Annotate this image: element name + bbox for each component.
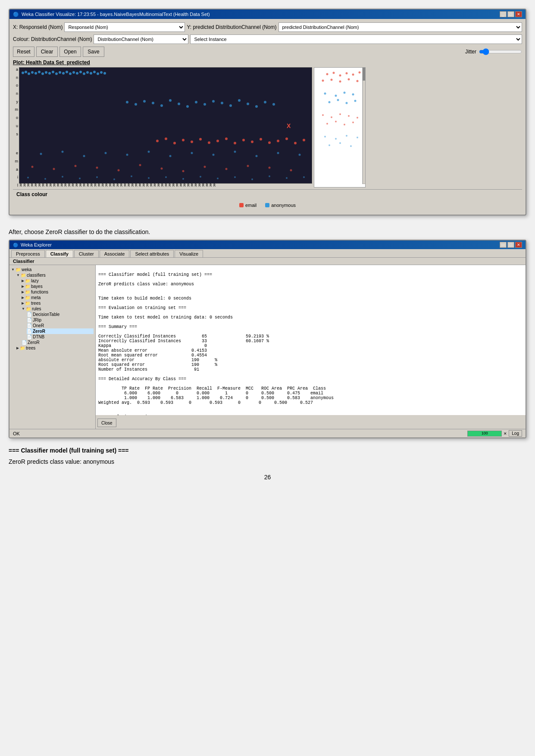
- output-close-button[interactable]: Close: [97, 419, 116, 427]
- svg-point-103: [286, 177, 288, 179]
- svg-point-102: [269, 175, 270, 177]
- explorer-close-btn[interactable]: ✕: [515, 242, 522, 248]
- svg-point-136: [357, 137, 358, 138]
- tree-functions[interactable]: ▶ 📁 functions: [22, 289, 94, 295]
- x-icon: ✕: [504, 431, 507, 436]
- log-button[interactable]: Log: [509, 430, 522, 437]
- x-label: X: ResponseId (Nom): [13, 24, 63, 30]
- svg-point-65: [105, 152, 107, 154]
- tree-decisiontable[interactable]: 📄 DecisionTable: [27, 312, 94, 317]
- svg-point-124: [322, 114, 324, 116]
- svg-point-8: [48, 72, 51, 75]
- svg-point-41: [294, 142, 297, 144]
- svg-point-82: [182, 170, 185, 172]
- svg-point-111: [322, 80, 324, 82]
- open-button[interactable]: Open: [59, 47, 81, 57]
- tree-trees[interactable]: ▶ 📁 trees: [22, 300, 94, 306]
- tree-rules[interactable]: ▼ 📁 rules: [22, 306, 94, 312]
- tree-bayes[interactable]: ▶ 📁 bayes: [22, 284, 94, 289]
- close-btn-row: Close: [96, 417, 526, 429]
- tree-weka[interactable]: ▼ 📁 weka: [11, 267, 94, 272]
- clear-button[interactable]: Clear: [36, 47, 58, 57]
- x-select[interactable]: ResponseId (Nom): [64, 22, 185, 32]
- svg-point-10: [55, 72, 58, 75]
- tree-lazy[interactable]: ▶ 📁 lazy: [22, 278, 94, 284]
- weka-titlebar: 🔵 Weka Classifier Visualize: 17:23:55 - …: [9, 9, 526, 19]
- svg-point-15: [72, 71, 75, 74]
- svg-point-96: [165, 176, 167, 178]
- tree-expand-weka: ▼: [11, 268, 15, 272]
- svg-point-89: [44, 178, 46, 180]
- window-controls: _ □ ✕: [500, 11, 522, 17]
- minimize-btn[interactable]: _: [500, 11, 507, 17]
- svg-point-107: [339, 75, 341, 77]
- maximize-btn[interactable]: □: [507, 11, 514, 17]
- tab-classify[interactable]: Classify: [46, 250, 73, 257]
- svg-point-91: [79, 178, 81, 179]
- tab-select-attributes[interactable]: Select attributes: [130, 250, 174, 257]
- svg-point-25: [156, 140, 159, 142]
- tree-zeror[interactable]: 📄 ZeroR: [27, 328, 94, 334]
- tab-cluster[interactable]: Cluster: [74, 250, 99, 257]
- tab-associate[interactable]: Associate: [100, 250, 130, 257]
- svg-point-30: [199, 138, 202, 141]
- svg-point-67: [148, 151, 150, 153]
- svg-point-55: [229, 104, 232, 107]
- status-bar: OK 100 ✕ Log: [9, 429, 526, 437]
- reset-button[interactable]: Reset: [13, 47, 34, 57]
- svg-point-127: [348, 115, 350, 117]
- page-number: 26: [9, 474, 526, 481]
- svg-point-114: [348, 78, 350, 81]
- svg-point-21: [93, 71, 96, 73]
- tab-preprocess[interactable]: Preprocess: [11, 250, 45, 257]
- svg-point-83: [204, 166, 206, 168]
- tree-jrip[interactable]: 📄 JRip: [27, 317, 94, 323]
- svg-point-123: [354, 100, 357, 102]
- explorer-titlebar: 🔵 Weka Explorer — □ ✕: [9, 241, 526, 249]
- select-instance[interactable]: Select Instance: [190, 34, 522, 44]
- svg-point-2: [28, 72, 30, 75]
- tree-folder-weka: 📁: [16, 267, 21, 272]
- svg-point-121: [337, 99, 339, 101]
- right-panel: [314, 67, 366, 187]
- svg-point-75: [31, 166, 34, 168]
- svg-point-53: [212, 100, 215, 103]
- svg-point-112: [331, 79, 333, 81]
- x-axis: R R R R R R R R R R R R R R R R R R R R …: [19, 184, 312, 187]
- svg-point-33: [225, 137, 228, 140]
- svg-point-36: [251, 141, 253, 143]
- tree-trees2[interactable]: ▶ 📁 trees: [16, 345, 94, 351]
- explorer-maximize-btn[interactable]: □: [507, 242, 514, 248]
- tree-dtnb[interactable]: 📄 DTNB: [27, 334, 94, 340]
- svg-point-72: [256, 155, 258, 157]
- svg-point-77: [75, 165, 77, 167]
- tab-visualize[interactable]: Visualize: [175, 250, 203, 257]
- save-button[interactable]: Save: [83, 47, 104, 57]
- legend-anonymous: anonymous: [265, 203, 296, 208]
- tree-zeror2[interactable]: 📄 ZeroR: [22, 340, 94, 345]
- svg-point-95: [148, 177, 150, 179]
- explorer-minimize-btn[interactable]: —: [500, 242, 507, 248]
- tree-meta[interactable]: ▶ 📁 meta: [22, 295, 94, 300]
- svg-point-84: [225, 168, 228, 170]
- jitter-slider[interactable]: [479, 49, 522, 55]
- output-text: === Classifier model (full training set)…: [98, 272, 334, 415]
- svg-point-60: [272, 103, 275, 106]
- explorer-tabs: Preprocess Classify Cluster Associate Se…: [9, 249, 526, 258]
- svg-point-71: [234, 151, 236, 153]
- svg-point-66: [126, 154, 128, 156]
- svg-point-126: [339, 113, 341, 115]
- left-tree-panel: ▼ 📁 weka ▼ 📁 classifiers ▶ 📁 lazy: [9, 265, 96, 429]
- svg-point-9: [52, 71, 54, 73]
- tree-classifiers[interactable]: ▼ 📁 classifiers: [16, 272, 94, 278]
- colour-select[interactable]: DistributionChannel (Nom): [94, 34, 188, 44]
- y-select[interactable]: predicted DistributionChannel (Nom): [278, 22, 522, 32]
- close-btn[interactable]: ✕: [515, 11, 522, 17]
- toolbar-row: Reset Clear Open Save Jitter: [13, 47, 522, 57]
- svg-point-24: [103, 72, 106, 75]
- tree-oner[interactable]: 📄 OneR: [27, 323, 94, 328]
- svg-point-80: [139, 164, 141, 166]
- svg-point-132: [352, 122, 354, 123]
- jitter-label: Jitter: [465, 49, 476, 55]
- svg-point-130: [335, 121, 337, 122]
